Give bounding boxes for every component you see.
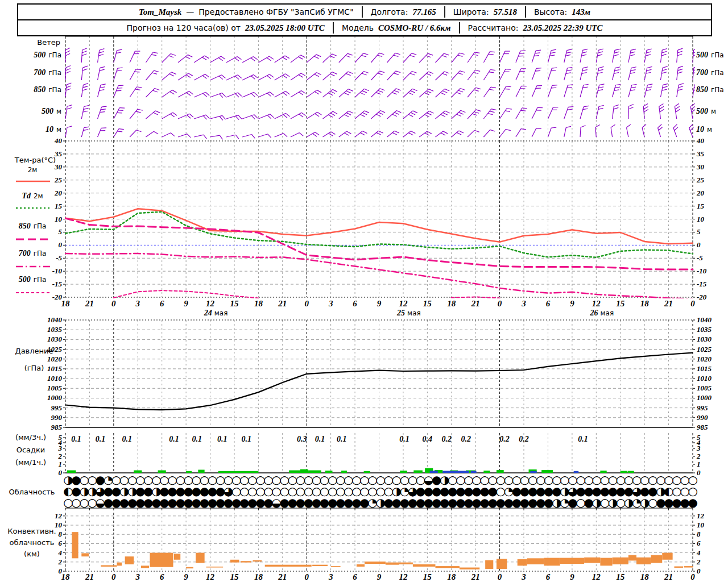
- svg-text:2: 2: [696, 558, 701, 566]
- precip-label: Осадки: [6, 446, 56, 454]
- svg-text:0.2: 0.2: [461, 435, 471, 443]
- svg-text:4: 4: [696, 548, 701, 557]
- header-part: Прогноз на 120 часа(ов) от: [127, 23, 241, 32]
- svg-text:18: 18: [254, 299, 263, 308]
- svg-text:21: 21: [85, 572, 94, 581]
- svg-text:1025: 1025: [697, 345, 712, 354]
- svg-text:3: 3: [521, 299, 526, 308]
- svg-text:700гПа: 700гПа: [34, 68, 61, 77]
- svg-text:26мая: 26мая: [589, 309, 614, 317]
- header-part: —: [186, 7, 194, 16]
- svg-text:15: 15: [230, 572, 239, 581]
- header-part: 143м: [572, 7, 590, 17]
- svg-text:6: 6: [160, 572, 164, 581]
- svg-text:0.4: 0.4: [423, 435, 433, 443]
- svg-text:1: 1: [697, 460, 701, 468]
- svg-text:21: 21: [471, 572, 480, 581]
- svg-text:500гПа: 500гПа: [696, 51, 724, 59]
- svg-text:1000: 1000: [697, 393, 712, 402]
- svg-text:8: 8: [697, 530, 701, 538]
- svg-text:18: 18: [447, 299, 456, 308]
- svg-text:500м: 500м: [42, 107, 61, 115]
- svg-text:9: 9: [570, 299, 574, 308]
- svg-text:0.2: 0.2: [442, 435, 452, 443]
- header-row-forecast: Прогноз на 120 часа(ов) от23.05.2025 18:…: [18, 19, 711, 35]
- conv-label-3: (км): [2, 550, 61, 558]
- svg-text:21: 21: [664, 299, 673, 308]
- svg-text:-5: -5: [697, 253, 703, 262]
- svg-text:21: 21: [85, 299, 94, 308]
- svg-text:-10: -10: [697, 267, 707, 275]
- svg-text:700гПа: 700гПа: [19, 249, 47, 257]
- svg-text:2: 2: [58, 452, 63, 460]
- svg-text:25: 25: [696, 176, 705, 184]
- svg-text:12: 12: [206, 572, 215, 581]
- svg-text:5: 5: [59, 433, 63, 442]
- svg-text:2: 2: [696, 452, 701, 460]
- temp-panel-title: Тем-ра(°C): [9, 156, 61, 164]
- svg-text:0: 0: [498, 299, 502, 308]
- svg-text:0.1: 0.1: [96, 435, 106, 443]
- svg-text:15: 15: [423, 299, 432, 308]
- svg-text:700гПа: 700гПа: [696, 68, 724, 77]
- svg-text:-20: -20: [697, 293, 707, 301]
- svg-text:500гПа: 500гПа: [34, 51, 61, 59]
- svg-text:21: 21: [664, 572, 673, 581]
- header-part: Долгота:: [371, 7, 408, 16]
- svg-text:0: 0: [690, 299, 695, 308]
- svg-text:990: 990: [51, 413, 63, 422]
- svg-text:12: 12: [592, 299, 601, 308]
- convective-cloud-bars: [72, 532, 693, 569]
- header-part: 23.05.2025 18:00 UTC: [245, 23, 325, 33]
- svg-text:0.2: 0.2: [499, 435, 510, 443]
- svg-text:850гПа: 850гПа: [34, 85, 61, 94]
- header-separator: [459, 22, 460, 34]
- svg-text:3: 3: [328, 572, 333, 581]
- svg-text:3: 3: [521, 572, 526, 581]
- svg-text:1035: 1035: [47, 325, 63, 334]
- svg-text:0: 0: [690, 572, 695, 581]
- svg-text:2: 2: [58, 558, 63, 566]
- wind-panel-title: Ветер: [16, 38, 60, 47]
- svg-text:18: 18: [61, 299, 71, 308]
- header-part: Высота:: [534, 7, 567, 16]
- svg-text:18: 18: [447, 572, 456, 581]
- svg-text:24мая: 24мая: [204, 309, 228, 317]
- svg-text:12: 12: [592, 572, 601, 581]
- svg-text:15: 15: [616, 299, 625, 308]
- svg-text:0.1: 0.1: [315, 435, 325, 443]
- meteogram-canvas: 40403535303025252020151510105500-5-5-10-…: [0, 0, 728, 582]
- svg-text:0: 0: [697, 567, 701, 575]
- svg-text:0.1: 0.1: [122, 435, 132, 443]
- svg-text:1020: 1020: [47, 355, 63, 363]
- svg-text:9: 9: [184, 572, 188, 581]
- svg-text:-15: -15: [52, 280, 63, 288]
- svg-text:3: 3: [328, 299, 333, 308]
- svg-text:0.1: 0.1: [217, 435, 228, 443]
- header-separator: [525, 6, 526, 18]
- svg-text:5: 5: [697, 227, 701, 236]
- svg-text:18: 18: [640, 299, 650, 308]
- svg-text:5: 5: [697, 433, 701, 442]
- time-axis-labels: 1818212100336699121215151818212100336699…: [61, 299, 696, 581]
- svg-text:12: 12: [697, 512, 705, 520]
- svg-text:6: 6: [160, 299, 164, 308]
- svg-text:6: 6: [353, 299, 357, 308]
- header-box: Tom_Maysk—Предоставлено ФГБУ "ЗапСиб УГМ…: [17, 3, 712, 36]
- svg-text:3: 3: [135, 299, 140, 308]
- svg-text:995: 995: [51, 404, 63, 412]
- pressure-label: Давление: [8, 347, 60, 355]
- svg-text:15: 15: [55, 202, 63, 210]
- svg-text:15: 15: [230, 299, 239, 308]
- svg-text:10: 10: [697, 521, 705, 529]
- svg-text:12: 12: [399, 572, 408, 581]
- svg-text:9: 9: [377, 572, 382, 581]
- temp-legend: 2мTd2м850гПа700гПа500гПа: [16, 166, 50, 293]
- conv-label-1: Конвективн.: [2, 527, 61, 535]
- svg-text:1015: 1015: [697, 364, 712, 373]
- svg-text:6: 6: [546, 299, 551, 308]
- svg-text:500м: 500м: [696, 107, 716, 115]
- svg-text:0.1: 0.1: [241, 435, 251, 443]
- header-separator: [362, 6, 363, 18]
- header-part: 57.518: [494, 7, 517, 17]
